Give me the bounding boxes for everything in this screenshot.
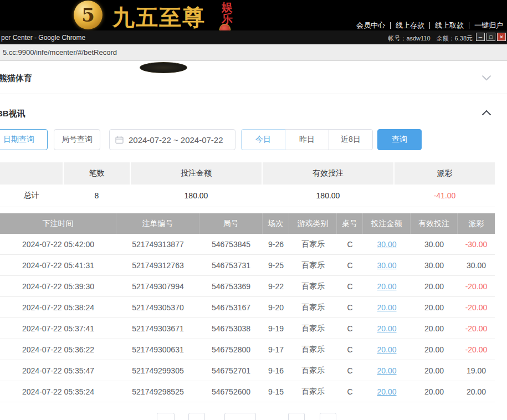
table-cell: 20.00	[458, 381, 495, 402]
yesterday-button[interactable]: 昨日	[285, 129, 329, 150]
summary-value: 180.00	[131, 185, 263, 207]
table-cell: 9-20	[263, 297, 289, 317]
table-cell: C	[337, 255, 363, 275]
table-row: 2024-07-22 05:35:24521749298525546752600…	[0, 381, 495, 402]
table-cell: C	[337, 339, 363, 360]
window-title-bar: per Center - Google Chrome 帐号：asdw110 余额…	[0, 30, 507, 44]
table-row: 2024-07-22 05:41:31521749312763546753731…	[0, 255, 495, 276]
filter-toolbar: 日期查询 局号查询 2024-07-22 ~ 2024-07-22 今日 昨日 …	[0, 129, 507, 150]
summary-value: 8	[64, 185, 131, 207]
section-title-panda: 熊猫体育	[0, 73, 32, 84]
nav-link[interactable]: 线上取款	[434, 21, 464, 30]
summary-header-cell: 有效投注	[263, 162, 395, 185]
minimize-button[interactable]: ─	[476, 33, 485, 41]
chevron-up-icon[interactable]	[482, 110, 491, 116]
table-cell: 9-16	[263, 360, 289, 381]
table-cell: 百家乐	[289, 318, 337, 339]
pagination-item[interactable]	[188, 413, 205, 420]
table-row: 2024-07-22 05:36:22521749300631546752800…	[0, 339, 495, 360]
bet-table-header: 下注时间注单编号局号场次游戏类别桌号投注金额有效投注派彩	[0, 213, 495, 234]
table-cell: 2024-07-22 05:38:24	[0, 297, 116, 317]
maximize-button[interactable]: □	[486, 33, 495, 41]
coin-number: 5	[81, 4, 95, 26]
column-header: 场次	[263, 213, 289, 234]
pagination-item[interactable]	[224, 413, 256, 420]
table-cell: 9-22	[263, 276, 289, 296]
pagination-item[interactable]	[288, 413, 305, 420]
nav-separator	[469, 22, 469, 29]
table-cell: 百家乐	[289, 381, 337, 402]
bet-table-body: 2024-07-22 05:42:00521749313877546753845…	[0, 234, 495, 402]
table-cell: 546752800	[199, 339, 263, 360]
bet-amount-link[interactable]: 30.00	[363, 234, 411, 254]
table-cell: 百家乐	[289, 276, 337, 296]
table-cell: C	[337, 381, 363, 402]
summary-corner-cell	[0, 162, 64, 185]
table-cell: 百家乐	[289, 297, 337, 317]
table-cell: 521749299305	[116, 360, 199, 381]
column-header: 游戏类别	[289, 213, 337, 234]
pagination	[0, 413, 507, 420]
table-row: 2024-07-22 05:39:30521749307994546753369…	[0, 276, 495, 297]
summary-row-label: 总计	[0, 185, 64, 207]
table-cell: 30.00	[411, 234, 458, 254]
table-cell: 9-26	[263, 234, 289, 254]
table-cell: -20.00	[458, 297, 495, 317]
column-header: 下注时间	[0, 213, 116, 234]
bet-amount-link[interactable]: 20.00	[363, 276, 411, 296]
table-row: 2024-07-22 05:42:00521749313877546753845…	[0, 234, 495, 255]
table-cell: 2024-07-22 05:37:41	[0, 318, 116, 339]
table-cell: 2024-07-22 05:35:24	[0, 381, 116, 402]
section-panda-sports[interactable]: 熊猫体育	[0, 61, 507, 94]
summary-header-cell: 笔数	[64, 162, 131, 185]
table-cell: 20.00	[411, 360, 458, 381]
bet-amount-link[interactable]: 20.00	[363, 381, 411, 402]
bet-amount-link[interactable]: 20.00	[363, 297, 411, 317]
url-text: 5.cc:9900/infe/mcenter/#/betRecord	[3, 48, 117, 57]
summary-value: 180.00	[263, 185, 395, 207]
summary-header-cell: 投注金额	[131, 162, 263, 185]
nav-link[interactable]: 线上存款	[395, 21, 425, 30]
table-cell: 20.00	[411, 339, 458, 360]
today-button[interactable]: 今日	[241, 129, 285, 150]
table-cell: 521749300631	[116, 339, 199, 360]
chevron-down-icon[interactable]	[482, 75, 491, 81]
table-cell: 546753038	[199, 318, 263, 339]
close-button[interactable]: ✕	[497, 33, 506, 41]
bet-amount-link[interactable]: 20.00	[363, 360, 411, 381]
summary-value: -41.00	[395, 185, 495, 207]
pagination-item[interactable]	[320, 413, 336, 420]
column-header: 投注金额	[363, 213, 411, 234]
last-8-days-button[interactable]: 近8日	[329, 129, 373, 150]
table-cell: 2024-07-22 05:41:31	[0, 255, 116, 275]
nav-link[interactable]: 会员中心	[356, 21, 386, 30]
pagination-item[interactable]	[157, 413, 175, 420]
nav-link[interactable]: 一键归户	[474, 21, 504, 30]
table-row: 2024-07-22 05:35:47521749299305546752701…	[0, 360, 495, 381]
bet-amount-link[interactable]: 30.00	[363, 255, 411, 275]
table-cell: 20.00	[411, 381, 458, 402]
section-bb-video[interactable]: BB视讯	[0, 94, 507, 126]
quick-range-group: 今日 昨日 近8日	[241, 129, 373, 150]
round-query-tab[interactable]: 局号查询	[54, 129, 100, 150]
summary-body-row: 总计8180.00180.00-41.00	[0, 185, 495, 207]
column-header: 局号	[199, 213, 263, 234]
table-cell: 百家乐	[289, 360, 337, 381]
brand-coin-icon: 5	[74, 1, 103, 29]
table-cell: 19.00	[458, 360, 495, 381]
table-cell: 百家乐	[289, 234, 337, 254]
table-row: 2024-07-22 05:38:24521749305370546753167…	[0, 297, 495, 318]
date-query-tab[interactable]: 日期查询	[0, 129, 48, 150]
date-range-input[interactable]: 2024-07-22 ~ 2024-07-22	[109, 129, 235, 150]
bet-amount-link[interactable]: 20.00	[363, 318, 411, 339]
table-cell: 9-19	[263, 318, 289, 339]
search-button[interactable]: 查询	[377, 129, 422, 150]
bet-table: 下注时间注单编号局号场次游戏类别桌号投注金额有效投注派彩 2024-07-22 …	[0, 213, 495, 402]
table-cell: 百家乐	[289, 339, 337, 360]
table-cell: 546753731	[199, 255, 263, 275]
table-cell: 百家乐	[289, 255, 337, 275]
summary-header-row: 笔数投注金额有效投注派彩	[0, 162, 495, 185]
bet-amount-link[interactable]: 20.00	[363, 339, 411, 360]
address-bar[interactable]: 5.cc:9900/infe/mcenter/#/betRecord	[0, 44, 507, 61]
table-cell: 521749303671	[116, 318, 199, 339]
